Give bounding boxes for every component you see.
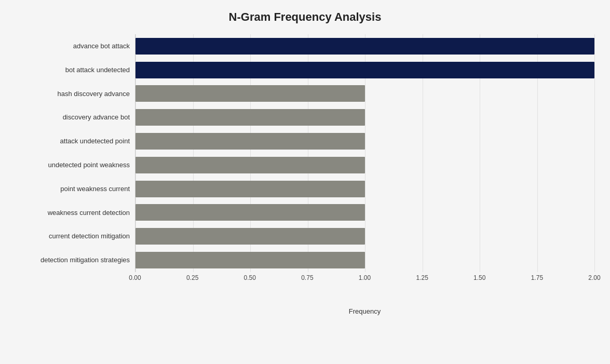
bar-row [135,154,594,177]
x-tick: 1.00 [359,274,371,281]
x-tick: 1.50 [473,274,485,281]
bar [135,109,365,126]
y-labels: advance bot attackbot attack undetectedh… [16,34,135,272]
bar-row [135,225,594,248]
bar [135,252,365,268]
x-tick: 0.00 [129,274,141,281]
y-label: current detection mitigation [16,232,130,240]
x-tick: 1.25 [416,274,428,281]
x-tick: 0.50 [244,274,256,281]
bar-row [135,201,594,224]
x-axis: 0.000.250.500.751.001.251.501.752.00 [135,272,594,293]
bar [135,157,365,173]
x-tick: 1.75 [531,274,543,281]
x-tick: 0.75 [301,274,313,281]
y-label: attack undetected point [16,137,130,145]
bars-and-grid [135,34,594,272]
y-label: bot attack undetected [16,66,130,74]
x-tick: 2.00 [588,274,600,281]
bar-row [135,106,594,129]
bar-row [135,59,594,82]
y-label: weakness current detection [16,209,130,217]
bar [135,38,594,55]
y-label: detection mitigation strategies [16,256,130,264]
x-axis-label: Frequency [135,307,594,315]
y-label: advance bot attack [16,42,130,50]
bars-section: advance bot attackbot attack undetectedh… [16,34,594,272]
y-label: discovery advance bot [16,113,130,122]
bar-row [135,130,594,153]
y-label: undetected point weakness [16,161,130,169]
bar-row [135,82,594,105]
bar [135,85,365,102]
bar [135,204,365,221]
chart-title: N-Gram Frequency Analysis [16,10,594,24]
bar [135,181,365,197]
y-label: hash discovery advance [16,90,130,98]
grid-line [594,34,595,272]
bar [135,228,365,245]
x-tick: 0.25 [186,274,198,281]
bar-row [135,35,594,58]
bar-row [135,178,594,200]
chart-area: advance bot attackbot attack undetectedh… [16,34,594,315]
bar-row [135,249,594,272]
chart-container: N-Gram Frequency Analysis advance bot at… [0,0,610,364]
y-label: point weakness current [16,185,130,193]
bar [135,133,365,150]
bar [135,62,594,78]
